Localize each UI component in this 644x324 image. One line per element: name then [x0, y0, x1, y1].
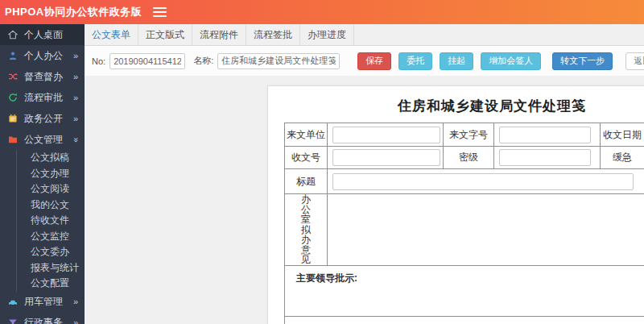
- table-row: 来文单位 来文字号 收文日期: [285, 123, 644, 147]
- chevron-right-icon: »: [73, 318, 78, 324]
- menu-icon[interactable]: [153, 5, 167, 19]
- content-area: 住房和城乡建设局文件处理笺 来文单位 来文字号 收文日期: [85, 76, 644, 324]
- sidebar-submenu-document-management: 公文拟稿 公文办理 公文阅读 我的公文 待收文件 公文监控 公文委办 报表与统计…: [16, 150, 85, 292]
- sidebar-item-label: 个人办公: [24, 49, 73, 63]
- sidebar-subitem-document-monitor[interactable]: 公文监控: [17, 229, 85, 245]
- sidebar: 个人桌面 个人办公 » 督查督办 » 流程审批 »: [0, 24, 85, 324]
- subject-input[interactable]: [332, 173, 634, 190]
- toolbar: No: 名称: 保存 委托 挂起 增加会签人 转文下一步 返回: [85, 46, 644, 77]
- sidebar-item-label: 用车管理: [24, 295, 73, 309]
- urgency-label: 缓急: [601, 147, 644, 169]
- sidebar-item-document-management[interactable]: 公文管理 »: [0, 129, 85, 150]
- table-row: 分管领导批示:: [285, 316, 644, 324]
- table-row: 收文号 密级 缓急: [285, 147, 644, 169]
- car-icon: [8, 297, 19, 307]
- user-icon: [8, 51, 19, 60]
- sidebar-item-admin-affairs[interactable]: 行政事务 »: [0, 313, 85, 324]
- sidebar-item-workflow-approval[interactable]: 流程审批 »: [0, 87, 85, 108]
- sidebar-item-gov-disclosure[interactable]: 政务公开 »: [0, 108, 85, 129]
- main-area: 公文表单 正文版式 流程附件 流程签批 办理进度 No: 名称: 保存 委托 挂…: [85, 24, 644, 324]
- name-input[interactable]: [217, 53, 340, 69]
- funnel-icon: [8, 318, 19, 324]
- office-opinion-label: 办公室拟办意见: [285, 194, 328, 266]
- tab-handling-progress[interactable]: 办理进度: [300, 24, 354, 45]
- sidebar-item-personal-office[interactable]: 个人办公 »: [0, 45, 85, 66]
- sidebar-subitem-document-entrust[interactable]: 公文委办: [17, 244, 85, 260]
- document-title: 住房和城乡建设局文件处理笺: [268, 97, 644, 115]
- forward-next-step-button[interactable]: 转文下一步: [552, 52, 613, 70]
- sidebar-subitem-document-draft[interactable]: 公文拟稿: [17, 150, 85, 166]
- app-title: PHPOA协同办公软件政务版: [0, 5, 142, 19]
- table-row: 主要领导批示:: [285, 265, 644, 316]
- incoming-unit-input[interactable]: [332, 127, 440, 143]
- delegate-button[interactable]: 委托: [398, 52, 432, 70]
- deputy-leader-comments-cell[interactable]: 分管领导批示:: [285, 316, 644, 324]
- secrecy-level-input[interactable]: [499, 149, 591, 166]
- chevron-right-icon: »: [73, 93, 78, 102]
- sidebar-item-label: 公文管理: [24, 133, 73, 147]
- name-label: 名称:: [193, 55, 213, 67]
- tab-flow-sign-approval[interactable]: 流程签批: [246, 24, 300, 45]
- subject-label: 标题: [285, 169, 328, 194]
- tab-bar: 公文表单 正文版式 流程附件 流程签批 办理进度: [85, 24, 644, 46]
- sidebar-item-vehicle-management[interactable]: 用车管理 »: [0, 292, 85, 313]
- calendar-icon: [8, 114, 19, 123]
- home-icon: [8, 30, 19, 39]
- suspend-button[interactable]: 挂起: [440, 52, 473, 70]
- chevron-right-icon: »: [73, 73, 78, 81]
- sidebar-item-label: 个人桌面: [24, 28, 78, 42]
- table-row: 办公室拟办意见: [285, 194, 644, 266]
- tab-body-layout[interactable]: 正文版式: [138, 24, 192, 45]
- document-form-table: 来文单位 来文字号 收文日期 收文号 密级 缓急: [284, 123, 644, 324]
- sidebar-subitem-document-handle[interactable]: 公文办理: [17, 166, 85, 182]
- sidebar-item-supervision[interactable]: 督查督办 »: [0, 66, 85, 87]
- sidebar-subitem-pending-files[interactable]: 待收文件: [17, 213, 85, 229]
- folder-icon: [8, 135, 19, 144]
- shuffle-icon: [8, 72, 19, 81]
- no-input[interactable]: [109, 53, 185, 69]
- sidebar-subitem-document-config[interactable]: 公文配置: [17, 276, 85, 292]
- tab-document-form[interactable]: 公文表单: [85, 24, 138, 45]
- sidebar-subitem-document-read[interactable]: 公文阅读: [17, 181, 85, 197]
- save-button[interactable]: 保存: [357, 52, 391, 70]
- sync-icon: [8, 93, 19, 102]
- deputy-leader-comments-label: 分管领导批示:: [285, 317, 644, 324]
- table-row: 标题: [285, 169, 644, 194]
- app-header: PHPOA协同办公软件政务版: [0, 0, 644, 24]
- sidebar-item-label: 政务公开: [24, 112, 73, 126]
- chevron-down-icon: »: [71, 137, 80, 142]
- secrecy-level-label: 密级: [444, 147, 494, 169]
- incoming-ref-no-label: 来文字号: [444, 123, 494, 147]
- document-sheet: 住房和城乡建设局文件处理笺 来文单位 来文字号 收文日期: [267, 85, 644, 324]
- receive-date-label: 收文日期: [601, 123, 644, 147]
- tab-flow-attachments[interactable]: 流程附件: [192, 24, 246, 45]
- office-opinion-cell[interactable]: [328, 194, 644, 266]
- sidebar-item-label: 流程审批: [24, 91, 73, 105]
- phpoa-app: PHPOA协同办公软件政务版 个人桌面 个人办公 » 督查督办 »: [0, 0, 644, 324]
- receive-no-label: 收文号: [285, 147, 328, 169]
- sidebar-subitem-reports-stats[interactable]: 报表与统计: [17, 260, 85, 276]
- incoming-unit-label: 来文单位: [285, 123, 328, 147]
- sidebar-item-personal-desktop[interactable]: 个人桌面: [0, 24, 85, 45]
- no-label: No:: [92, 56, 105, 66]
- sidebar-item-label: 督查督办: [24, 70, 73, 84]
- incoming-ref-no-input[interactable]: [499, 127, 591, 143]
- back-button[interactable]: 返回: [625, 52, 644, 70]
- main-leader-comments-label: 主要领导批示:: [285, 266, 644, 285]
- sidebar-item-label: 行政事务: [24, 316, 73, 324]
- sidebar-subitem-my-documents[interactable]: 我的公文: [17, 197, 85, 214]
- receive-no-input[interactable]: [332, 149, 440, 166]
- chevron-right-icon: »: [73, 52, 78, 60]
- chevron-right-icon: »: [73, 114, 78, 123]
- main-leader-comments-cell[interactable]: 主要领导批示:: [285, 265, 644, 316]
- chevron-right-icon: »: [73, 297, 78, 306]
- add-countersigner-button[interactable]: 增加会签人: [481, 52, 541, 70]
